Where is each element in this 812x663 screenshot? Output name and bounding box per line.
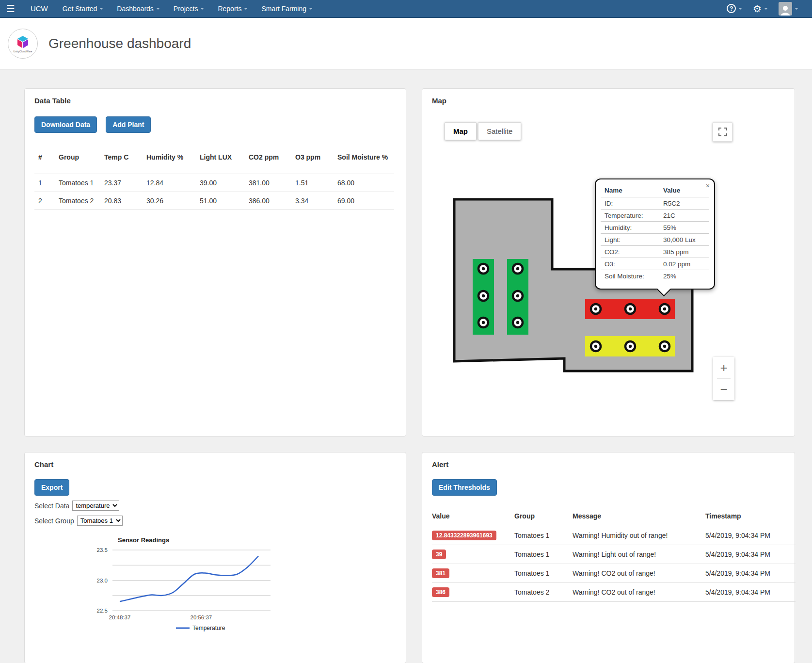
alert-row: 386 Tomatoes 2 Warning! CO2 out of range… [432, 583, 796, 602]
chevron-down-icon [156, 8, 160, 10]
cell-o3: 3.34 [291, 192, 334, 210]
table-header-row: # Group Temp C Humidity % Light LUX CO2 … [34, 149, 394, 174]
table-header-row: Value Group Message Timestamp [432, 508, 796, 526]
zoom-in-button[interactable]: + [713, 357, 734, 378]
sensor-marker[interactable] [625, 304, 635, 314]
popup-row-value: 55% [659, 222, 709, 234]
map-view-button[interactable]: Map [445, 122, 477, 140]
alerts-table: Value Group Message Timestamp 12.8433228… [432, 508, 796, 602]
cell-humidity: 12.84 [143, 174, 196, 192]
sensor-readings-chart: Sensor Readings23.523.022.520:48:3720:56… [82, 534, 349, 639]
download-data-button[interactable]: Download Data [34, 116, 97, 133]
sensor-marker[interactable] [478, 264, 488, 274]
page-title: Greenhouse dashboard [48, 36, 191, 51]
select-data-dropdown[interactable]: temperature [72, 501, 119, 511]
cell-soil: 68.00 [334, 174, 394, 192]
popup-value-header: Value [659, 185, 709, 197]
popup-row-name: Humidity: [601, 222, 659, 234]
alert-group: Tomatoes 1 [514, 564, 573, 583]
nav-item-get-started[interactable]: Get Started [56, 5, 111, 13]
sensor-marker[interactable] [591, 304, 601, 314]
cell-humidity: 30.26 [143, 192, 196, 210]
popup-row-value: 25% [659, 270, 709, 282]
app-logo: UnityCloudWare [8, 29, 38, 59]
nav-item-smart-farming[interactable]: Smart Farming [255, 5, 319, 13]
sensor-marker[interactable] [513, 318, 523, 327]
line-chart: Sensor Readings23.523.022.520:48:3720:56… [82, 534, 349, 639]
user-icon [780, 5, 791, 16]
map-canvas[interactable]: Map Satellite [432, 116, 742, 407]
sensor-marker[interactable] [591, 341, 601, 351]
select-group-dropdown[interactable]: Tomatoes 1 [77, 516, 123, 526]
popup-row-value: R5C2 [659, 197, 709, 210]
chevron-down-icon [764, 8, 768, 10]
sensor-info-table: Name Value ID:R5C2 Temperature:21C Humid… [601, 185, 709, 282]
value-badge: 386 [432, 587, 449, 597]
map-zoom-control: + − [713, 357, 734, 400]
nav-item-label: Projects [174, 5, 198, 13]
cell-light: 39.00 [196, 174, 245, 192]
chart-title: Chart [34, 460, 396, 469]
brand-link[interactable]: UCW [21, 4, 56, 13]
chevron-down-icon [99, 8, 103, 10]
gear-icon: ⚙ [753, 4, 762, 14]
sensor-data-table: # Group Temp C Humidity % Light LUX CO2 … [34, 149, 394, 210]
sensor-marker[interactable] [625, 341, 635, 351]
fullscreen-icon [718, 128, 727, 136]
sensor-marker[interactable] [513, 291, 523, 301]
cell-group: Tomatoes 2 [55, 192, 100, 210]
value-badge: 12.843322893961693 [432, 531, 496, 540]
nav-item-projects[interactable]: Projects [167, 5, 211, 13]
popup-row-name: O3: [601, 258, 659, 270]
alert-panel: Alert Edit Thresholds Value Group Messag… [422, 452, 795, 663]
select-group-label: Select Group [34, 517, 74, 525]
top-navbar: ☰ UCW Get Started Dashboards Projects Re… [0, 0, 812, 18]
cell-temp: 23.37 [100, 174, 143, 192]
nav-item-dashboards[interactable]: Dashboards [110, 5, 167, 13]
column-header: CO2 ppm [245, 149, 291, 174]
alert-group: Tomatoes 1 [514, 526, 573, 545]
nav-item-reports[interactable]: Reports [211, 5, 255, 13]
nav-item-label: Reports [218, 5, 241, 13]
column-header: Group [55, 149, 100, 174]
alert-message: Warning! CO2 out of range! [573, 564, 705, 583]
select-data-label: Select Data [34, 502, 69, 510]
sensor-marker[interactable] [660, 341, 669, 351]
sensor-marker[interactable] [513, 264, 523, 274]
popup-row-name: CO2: [601, 246, 659, 258]
chevron-down-icon [795, 8, 798, 10]
column-header: # [34, 149, 55, 174]
satellite-view-button[interactable]: Satellite [478, 122, 521, 140]
user-menu[interactable] [779, 2, 798, 16]
alert-timestamp: 5/4/2019, 9:04:34 PM [705, 526, 796, 545]
popup-row-value: 0.02 ppm [659, 258, 709, 270]
page-header: UnityCloudWare Greenhouse dashboard [0, 18, 812, 70]
edit-thresholds-button[interactable]: Edit Thresholds [432, 479, 497, 496]
alert-row: 12.843322893961693 Tomatoes 1 Warning! H… [432, 526, 796, 545]
help-menu[interactable]: ? [727, 4, 742, 13]
y-tick-label: 23.0 [97, 578, 108, 583]
close-icon[interactable]: × [706, 182, 710, 190]
fullscreen-button[interactable] [713, 122, 732, 142]
x-tick-label: 20:56:37 [190, 614, 212, 620]
cell-co2: 381.00 [245, 174, 291, 192]
sensor-marker[interactable] [660, 304, 669, 314]
cube-logo-icon [16, 35, 30, 49]
y-tick-label: 22.5 [97, 608, 108, 614]
popup-name-header: Name [601, 185, 659, 197]
hamburger-menu-icon[interactable]: ☰ [0, 3, 21, 15]
alert-message: Warning! CO2 out of range! [573, 583, 705, 602]
settings-menu[interactable]: ⚙ [753, 4, 768, 14]
column-header: Humidity % [143, 149, 196, 174]
popup-row-name: ID: [601, 197, 659, 210]
zoom-out-button[interactable]: − [713, 379, 734, 400]
y-tick-label: 23.5 [97, 547, 108, 553]
sensor-marker[interactable] [478, 318, 488, 327]
column-header: O3 ppm [291, 149, 334, 174]
navbar-right-icons: ? ⚙ [727, 2, 812, 16]
add-plant-button[interactable]: Add Plant [106, 116, 151, 133]
column-header: Light LUX [196, 149, 245, 174]
export-button[interactable]: Export [34, 479, 69, 496]
cell-index: 2 [34, 192, 55, 210]
sensor-marker[interactable] [478, 291, 488, 301]
